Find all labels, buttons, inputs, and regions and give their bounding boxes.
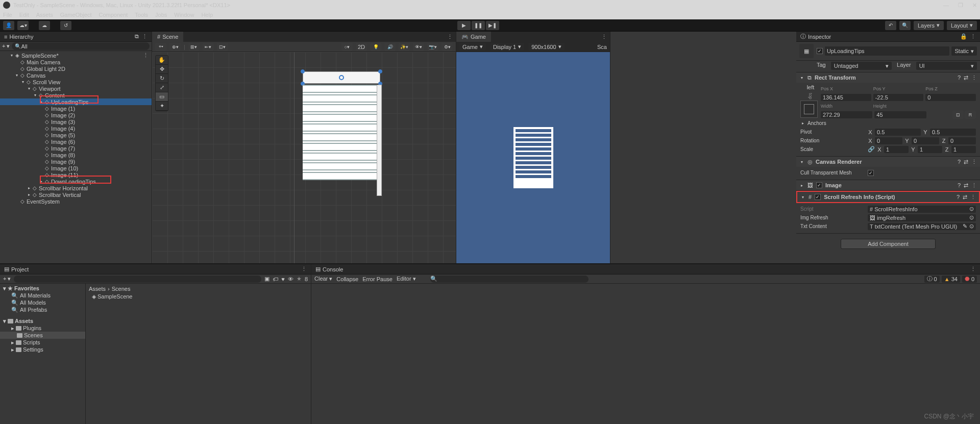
resolution-dropdown[interactable]: 900x1600▾ [528,43,564,51]
fx-dropdown[interactable]: ✨▾ [399,43,410,51]
transform-tool[interactable]: ✦ [156,102,168,111]
gameobject-name-field[interactable]: UpLoadingTips [825,46,949,56]
gameobject-icon[interactable]: ▦ [799,44,814,58]
tree-item[interactable]: ▾◇Canvas [0,72,152,79]
game-mode-dropdown[interactable]: Game▾ [459,43,486,51]
pivot-dropdown[interactable]: ⌖▾ [155,43,166,51]
console-search[interactable]: 🔍 [430,276,589,283]
history-icon[interactable]: ↺ [60,21,71,30]
undo-history-icon[interactable]: ↶ [885,21,896,30]
fav-item[interactable]: 🔍All Materials [0,292,85,299]
help-icon[interactable]: ? [958,159,961,165]
visibility-dropdown[interactable]: 👁▾ [413,43,424,51]
lighting-toggle[interactable]: 💡 [370,43,381,51]
search-by-type-icon[interactable]: ▣ [264,276,270,282]
hierarchy-menu-icon[interactable]: ⋮ [142,33,148,40]
active-checkbox[interactable] [817,48,823,54]
selected-rect[interactable] [303,71,380,84]
fav-item[interactable]: 🔍All Models [0,299,85,306]
hand-tool[interactable]: ✋ [156,56,168,65]
close-button[interactable]: ✕ [972,2,977,9]
menu-file[interactable]: File [3,12,12,18]
cloud-icon[interactable]: ☁ [39,21,50,30]
inspector-menu-icon[interactable]: ⋮ [970,33,976,40]
move-tool[interactable]: ✥ [156,65,168,74]
project-menu-icon[interactable]: ⋮ [301,266,307,272]
game-tab[interactable]: 🎮Game [456,32,491,42]
scene-tab[interactable]: #Scene [152,32,183,42]
snap-settings-dropdown[interactable]: ⊡▾ [217,43,228,51]
preset-icon[interactable]: ⇄ [964,159,968,165]
scene-menu-icon[interactable]: ⋮ [447,34,453,40]
tree-item[interactable]: ◇Image (10) [0,165,152,171]
img-refresh-field[interactable]: 🖼imgRefresh⊙ [868,214,976,221]
game-menu-icon[interactable]: ⋮ [601,34,607,40]
menu-jobs[interactable]: Jobs [155,12,167,18]
layers-dropdown[interactable]: Layers▾ [914,21,944,30]
rot-x[interactable]: 0 [875,137,902,144]
posy-field[interactable]: -22.5 [873,94,924,101]
tree-item[interactable]: ◇Image (9) [0,158,152,165]
help-icon[interactable]: ? [957,194,960,201]
rotate-tool[interactable]: ↻ [156,74,168,83]
tree-item[interactable]: ◇Image (8) [0,152,152,158]
tree-item-selected[interactable]: ▸◇UpLoadingTips [0,98,152,105]
cull-checkbox[interactable] [868,170,874,176]
add-component-button[interactable]: Add Component [841,239,936,249]
rot-z[interactable]: 0 [948,137,976,144]
tree-item[interactable]: ▾◇Content [0,92,152,98]
menu-component[interactable]: Component [99,12,128,18]
menu-help[interactable]: Help [201,12,213,18]
hidden-packages-icon[interactable]: 👁 [288,276,293,282]
assets-header[interactable]: ▾Assets [0,317,85,325]
folder-item[interactable]: ▸Scripts [0,339,85,346]
tree-item[interactable]: ◇Image (7) [0,145,152,152]
pause-button[interactable]: ❚❚ [472,21,485,30]
txt-content-field[interactable]: TtxtContent (Text Mesh Pro UGUI)✎⊙ [868,223,976,230]
component-menu-icon[interactable]: ⋮ [971,182,977,189]
pivot-y[interactable]: 0.5 [930,129,976,136]
account-icon[interactable]: 👤 [3,21,14,30]
menu-tools[interactable]: Tools [135,12,148,18]
fav-item[interactable]: 🔍All Prefabs [0,306,85,313]
game-view[interactable] [456,52,610,263]
static-dropdown[interactable]: Static▾ [951,46,977,56]
pivot-x[interactable]: 0.5 [875,129,921,136]
collapse-toggle[interactable]: Collapse [336,276,358,282]
error-count[interactable]: ⬣0 [962,276,977,283]
tree-item[interactable]: ◇Image (1) [0,105,152,112]
image-enabled-checkbox[interactable] [816,182,822,188]
search-favorite-icon[interactable]: ♥ [281,276,285,282]
tree-item[interactable]: ◇Image (11) [0,171,152,178]
step-button[interactable]: ▶❚ [486,21,499,30]
handle-dropdown[interactable]: ⊕▾ [169,43,181,51]
preset-icon[interactable]: ⇄ [964,182,968,189]
info-count[interactable]: ⓘ0 [924,276,940,283]
tree-item[interactable]: ▸◇DownLoadingTips [0,178,152,185]
warning-count[interactable]: ▲34 [942,276,960,283]
scale-z[interactable]: 1 [951,146,976,153]
hierarchy-popout-icon[interactable]: ⧉ [135,33,139,40]
console-menu-icon[interactable]: ⋮ [970,266,976,272]
maximize-button[interactable]: ❐ [958,2,963,9]
inspector-lock-icon[interactable]: 🔒 [960,33,967,40]
width-field[interactable]: 272.29 [821,111,872,118]
cloud-dropdown-icon[interactable]: ☁▾ [17,21,29,30]
component-menu-icon[interactable]: ⋮ [971,74,977,81]
blueprint-mode[interactable]: ⊡ [952,111,964,119]
height-field[interactable]: 45 [874,111,926,118]
tree-item[interactable]: ◇Image (6) [0,138,152,145]
script-enabled-checkbox[interactable] [815,194,821,200]
scale-x[interactable]: 1 [884,146,909,153]
project-list[interactable]: Assets›Scenes ◈SampleScene [86,284,311,424]
play-button[interactable]: ▶ [457,21,471,30]
gizmos-dropdown[interactable]: ⚙▾ [442,43,453,51]
scale-y[interactable]: 1 [918,146,942,153]
toggle-2d[interactable]: 2D [356,43,367,51]
clear-button[interactable]: Clear ▾ [314,276,332,282]
tree-item[interactable]: ◇Image (4) [0,125,152,132]
raw-edit-mode[interactable]: R [965,111,976,119]
editor-dropdown[interactable]: Editor ▾ [397,276,416,282]
minimize-button[interactable]: — [943,2,949,9]
menu-edit[interactable]: Edit [19,12,29,18]
